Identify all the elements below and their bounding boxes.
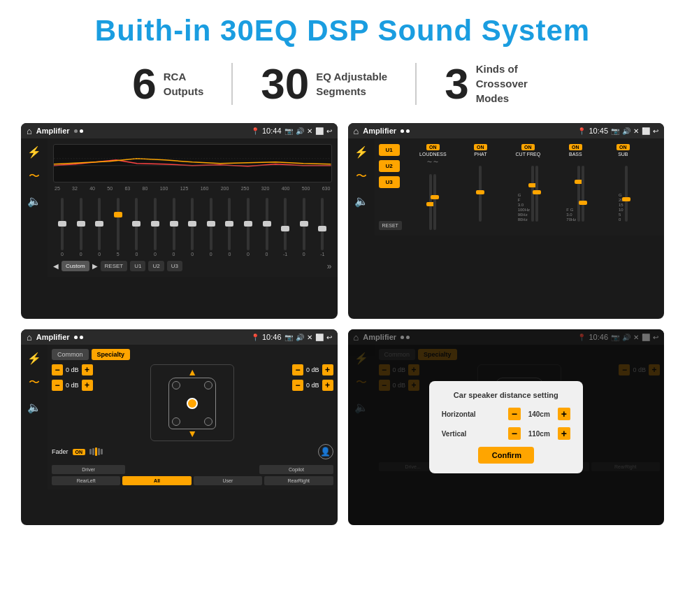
screen2-status-bar: ⌂ Amplifier 📍 10:45 📷 🔊 ✕ ⬜ ↩	[348, 123, 665, 138]
screen3-app-name: Amplifier	[36, 333, 70, 341]
slider-14[interactable]: 0	[296, 198, 312, 257]
tab-specialty-3[interactable]: Specialty	[92, 349, 131, 360]
stats-row: 6 RCAOutputs 30 EQ AdjustableSegments 3 …	[21, 62, 664, 106]
rearleft-btn[interactable]: RearLeft	[52, 476, 120, 485]
slider-9[interactable]: 0	[203, 198, 219, 257]
slider-2[interactable]: 0	[73, 198, 89, 257]
horizontal-plus[interactable]: +	[558, 408, 570, 420]
location-icon-3: 📍	[251, 334, 259, 341]
vol-minus-3[interactable]: −	[292, 364, 303, 375]
vol-plus-1[interactable]: +	[82, 364, 93, 375]
tab-common-3[interactable]: Common	[52, 349, 89, 360]
vol-minus-4[interactable]: −	[292, 380, 303, 391]
u1-preset[interactable]: U1	[379, 144, 400, 156]
slider-6[interactable]: 0	[147, 198, 163, 257]
vol-plus-4[interactable]: +	[322, 380, 333, 391]
col-loudness: ON LOUDNESS 〜〜	[410, 144, 456, 230]
copilot-btn[interactable]: Copilot	[259, 465, 333, 474]
u2-preset[interactable]: U2	[379, 160, 400, 172]
slider-5[interactable]: 0	[129, 198, 144, 257]
eq-icon-2[interactable]: ⚡	[354, 145, 368, 159]
vol-plus-2[interactable]: +	[82, 380, 93, 391]
rearright-btn[interactable]: RearRight	[264, 476, 333, 485]
slider-7[interactable]: 0	[166, 198, 182, 257]
vol-minus-2[interactable]: −	[52, 380, 63, 391]
vol-val-3: 0 dB	[306, 366, 319, 373]
screen-dialog: ⌂ Amplifier 📍 10:46 📷 🔊 ✕ ⬜ ↩	[348, 329, 665, 525]
screen2-sidebar: ⚡ 〜 🔈	[348, 138, 375, 236]
custom-btn[interactable]: Custom	[62, 261, 89, 271]
screen3-content: ⚡ 〜 🔈 Common Specialty − 0 dB	[21, 345, 338, 489]
camera-icon-3: 📷	[284, 334, 293, 341]
vol-plus-3[interactable]: +	[322, 364, 333, 375]
loudness-sliders	[429, 167, 436, 230]
screen3-time: 10:46	[262, 333, 282, 341]
arrow-up[interactable]: ▲	[187, 366, 197, 378]
vertical-minus[interactable]: −	[508, 427, 521, 440]
u3-preset[interactable]: U3	[379, 176, 400, 188]
reset-btn[interactable]: RESET	[101, 261, 128, 271]
horizontal-minus[interactable]: −	[508, 408, 521, 420]
vertical-plus[interactable]: +	[558, 427, 570, 440]
eq-freq-labels: 253240506380100125160200250320400500630	[53, 186, 332, 191]
eq-sliders: 0 0 0 5	[53, 194, 332, 257]
screens-grid: ⌂ Amplifier 📍 10:44 📷 🔊 ✕ ⬜ ↩	[21, 123, 664, 525]
confirm-button[interactable]: Confirm	[478, 447, 534, 464]
eq-icon-3[interactable]: ⚡	[27, 352, 41, 365]
speaker-icon[interactable]: 🔈	[27, 194, 41, 208]
back-icon-3[interactable]: ↩	[326, 334, 332, 341]
stat-eq-label: EQ AdjustableSegments	[316, 69, 387, 99]
prev-btn[interactable]: ◀	[53, 262, 59, 270]
arrow-down[interactable]: ▼	[187, 428, 197, 439]
window-icon-2: ⬜	[642, 127, 650, 135]
vol-minus-1[interactable]: −	[52, 364, 63, 375]
vol-val-2: 0 dB	[66, 382, 79, 389]
volume-icon: 🔊	[296, 127, 304, 135]
user-btn[interactable]: User	[194, 476, 262, 485]
wave-icon[interactable]: 〜	[29, 169, 40, 184]
slider-13[interactable]: -1	[277, 198, 293, 257]
slider-1[interactable]: 0	[55, 198, 70, 257]
eq-icon[interactable]: ⚡	[27, 145, 41, 159]
fader-on[interactable]: ON	[73, 449, 86, 455]
slider-12[interactable]: 0	[259, 198, 275, 257]
slider-15[interactable]: -1	[315, 198, 330, 257]
screen3-main: Common Specialty − 0 dB + −	[48, 345, 338, 489]
reset-dsp-btn[interactable]: RESET	[379, 221, 402, 230]
stat-crossover-number: 3	[445, 62, 468, 106]
home-icon-3[interactable]: ⌂	[27, 332, 32, 343]
all-btn[interactable]: All	[122, 476, 191, 485]
screen-dsp: ⌂ Amplifier 📍 10:45 📷 🔊 ✕ ⬜ ↩	[348, 123, 665, 319]
vol-val-1: 0 dB	[66, 366, 79, 373]
screen1-content: ⚡ 〜 🔈 25	[21, 138, 338, 277]
wave-icon-3[interactable]: 〜	[29, 375, 40, 390]
speaker-rl	[172, 417, 180, 426]
next-btn[interactable]: ▶	[92, 262, 98, 270]
home-icon-2[interactable]: ⌂	[354, 126, 359, 136]
screen3-status-bar: ⌂ Amplifier 📍 10:46 📷 🔊 ✕ ⬜ ↩	[21, 329, 338, 345]
preset-buttons: U1 U2 U3 RESET	[379, 144, 402, 230]
back-icon-2[interactable]: ↩	[653, 127, 658, 135]
speaker-icon-2[interactable]: 🔈	[354, 194, 368, 208]
slider-4[interactable]: 5	[110, 198, 126, 257]
slider-10[interactable]: 0	[222, 198, 237, 257]
driver-btn[interactable]: Driver	[52, 465, 125, 474]
speaker-rr	[204, 417, 212, 426]
screen3-fader: Fader ON 👤	[52, 444, 333, 459]
dialog-box: Car speaker distance setting Horizontal …	[429, 381, 583, 473]
slider-11[interactable]: 0	[240, 198, 256, 257]
u3-btn[interactable]: U3	[167, 261, 182, 271]
profile-icon[interactable]: 👤	[318, 444, 333, 459]
stat-crossover: 3 Kinds ofCrossover Modes	[417, 62, 580, 106]
vol-row-2: − 0 dB +	[52, 380, 93, 391]
wave-icon-2[interactable]: 〜	[356, 169, 367, 184]
slider-8[interactable]: 0	[185, 198, 200, 257]
slider-3[interactable]: 0	[92, 198, 107, 257]
speaker-icon-3[interactable]: 🔈	[27, 401, 41, 414]
u2-btn[interactable]: U2	[148, 261, 164, 271]
back-icon[interactable]: ↩	[326, 127, 332, 135]
u1-btn[interactable]: U1	[130, 261, 145, 271]
dialog-title: Car speaker distance setting	[442, 391, 570, 399]
vertical-label: Vertical	[442, 430, 467, 438]
home-icon[interactable]: ⌂	[27, 126, 32, 136]
